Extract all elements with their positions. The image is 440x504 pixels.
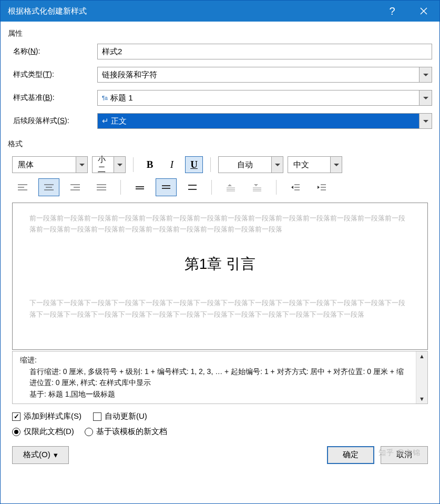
font-color-combo[interactable]: 自动 (218, 156, 283, 173)
bold-button[interactable]: B (141, 156, 159, 173)
only-this-document-radio[interactable]: 仅限此文档(D) (12, 427, 74, 437)
cancel-button[interactable]: 取消 (381, 446, 428, 464)
align-right-button[interactable] (65, 178, 86, 196)
line-spacing-2-button[interactable] (182, 178, 203, 196)
chevron-down-icon (419, 67, 432, 82)
font-combo[interactable]: 黑体 (12, 156, 88, 173)
svg-text:¶a: ¶a (102, 95, 108, 101)
next-paragraph-style-combo[interactable]: ↵ 正文 (97, 113, 432, 129)
section-label-properties: 属性 (8, 29, 432, 38)
titlebar: 根据格式化创建新样式 ? (1, 1, 439, 22)
language-combo[interactable]: 中文 (288, 156, 342, 173)
font-size-combo[interactable]: 小二 (92, 156, 126, 173)
decrease-indent-button[interactable] (285, 178, 306, 196)
increase-indent-button[interactable] (311, 178, 332, 196)
chevron-down-icon (271, 157, 283, 173)
style-preview: 前一段落前一段落前一段落前一段落前一段落前一段落前一段落前一段落前一段落前一段落… (12, 203, 428, 350)
chevron-down-icon (419, 90, 432, 105)
add-to-gallery-checkbox[interactable]: ✓添加到样式库(S) (12, 411, 81, 421)
chevron-down-icon: ▾ (54, 450, 58, 460)
section-label-format: 格式 (8, 139, 432, 149)
based-on-template-radio[interactable]: 基于该模板的新文档 (85, 427, 167, 437)
auto-update-checkbox[interactable]: 自动更新(U) (93, 411, 147, 421)
name-input[interactable] (97, 44, 432, 59)
help-button[interactable]: ? (376, 1, 408, 22)
style-description: 缩进: 首行缩进: 0 厘米, 多级符号 + 级别: 1 + 编号样式: 1, … (12, 351, 428, 404)
format-dropdown-button[interactable]: 格式(O) ▾ (12, 446, 69, 464)
underline-button[interactable]: U (185, 156, 203, 173)
chevron-down-icon (114, 157, 125, 173)
align-center-button[interactable] (38, 178, 59, 196)
svg-marker-21 (228, 184, 232, 186)
close-icon (420, 7, 427, 15)
style-type-combo[interactable]: 链接段落和字符 (97, 67, 432, 83)
scroll-down-icon: ▼ (419, 396, 425, 402)
chevron-down-icon (76, 157, 87, 173)
chevron-down-icon (419, 114, 432, 128)
preview-after-text: 下一段落下一段落下一段落下一段落下一段落下一段落下一段落下一段落下一段落下一段落… (29, 297, 411, 320)
svg-marker-25 (254, 184, 258, 186)
label-type: 样式类型(T): (13, 70, 92, 79)
increase-before-spacing-button[interactable] (220, 178, 241, 196)
ok-button[interactable]: 确定 (327, 446, 374, 464)
label-base: 样式基准(B): (13, 93, 92, 103)
dialog-title: 根据格式化创建新样式 (8, 6, 87, 16)
dialog-create-style: 根据格式化创建新样式 ? 属性 名称(N): 样式类型(T): 链接段落和字符 … (0, 0, 440, 504)
paragraph-pilcrow-icon: ¶a (102, 95, 108, 101)
scroll-up-icon: ▲ (419, 353, 425, 359)
italic-button[interactable]: I (163, 156, 181, 173)
style-base-combo[interactable]: ¶a 标题 1 (97, 90, 432, 106)
svg-marker-29 (291, 186, 293, 189)
chevron-down-icon (330, 157, 342, 173)
line-spacing-1-5-button[interactable] (156, 178, 177, 196)
description-scrollbar[interactable]: ▲ ▼ (416, 351, 427, 404)
label-name: 名称(N): (13, 47, 92, 56)
line-spacing-1-button[interactable] (129, 178, 150, 196)
decrease-before-spacing-button[interactable] (247, 178, 268, 196)
label-next: 后续段落样式(S): (13, 116, 92, 126)
align-left-button[interactable] (12, 178, 33, 196)
preview-heading: 第1章 引言 (29, 252, 411, 276)
align-justify-button[interactable] (91, 178, 112, 196)
svg-marker-33 (318, 186, 320, 189)
preview-before-text: 前一段落前一段落前一段落前一段落前一段落前一段落前一段落前一段落前一段落前一段落… (29, 213, 411, 235)
close-button[interactable] (408, 1, 439, 22)
